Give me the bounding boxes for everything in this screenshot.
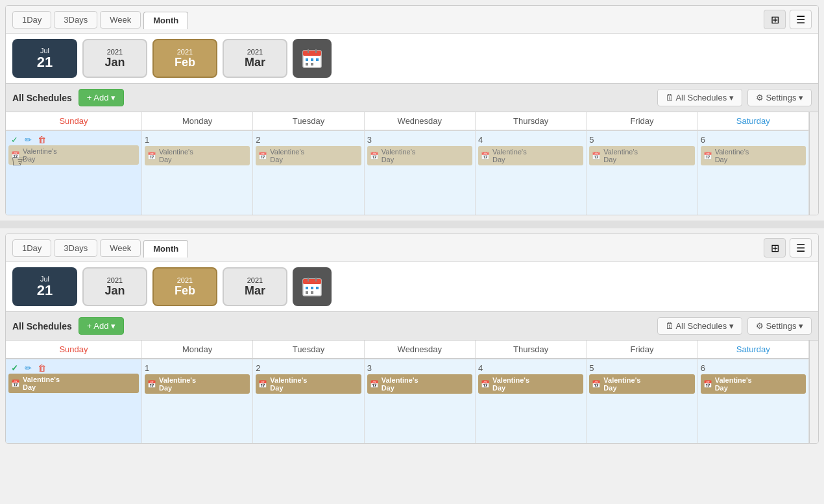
tab-1day-top[interactable]: 1Day <box>12 11 51 29</box>
calendar-grid-top: Sunday Monday Tuesday Wednesday Thursday… <box>6 112 809 215</box>
cell-6-bottom[interactable]: 6 📅 Valentine'sDay <box>698 359 809 443</box>
delete-icon-sunday-top[interactable]: 🗑 <box>36 134 47 145</box>
date-pill-jul21-bottom[interactable]: Jul 21 <box>12 267 77 306</box>
header-wednesday-top: Wednesday <box>365 112 476 130</box>
event-5-top[interactable]: 📅 Valentine'sDay <box>589 146 694 165</box>
date-pill-feb-bottom[interactable]: 2021 Feb <box>152 267 217 306</box>
cell-num-6-top: 6 <box>701 134 806 146</box>
header-thursday-top: Thursday <box>476 112 587 130</box>
calendar-picker-btn-top[interactable] <box>293 39 332 78</box>
header-sunday-top: Sunday <box>6 112 142 130</box>
header-tuesday-top: Tuesday <box>253 112 364 130</box>
date-pill-mar-top[interactable]: 2021 Mar <box>223 39 287 78</box>
event-label-sun-bottom: Valentine'sDay <box>23 376 60 391</box>
cell-5-top[interactable]: 5 📅 Valentine'sDay <box>587 130 697 215</box>
cell-3-bottom[interactable]: 3 📅 Valentine'sDay <box>365 359 476 443</box>
check-icon-sunday-bottom[interactable]: ✓ <box>8 362 20 374</box>
cell-4-bottom[interactable]: 4 📅 Valentine'sDay <box>476 359 587 443</box>
cell-num-1-bottom: 1 <box>145 362 250 374</box>
edit-icon-sunday-bottom[interactable]: ✏ <box>22 362 34 374</box>
calendar-picker-btn-bottom[interactable] <box>293 267 332 306</box>
event-calendar-icon-sun-top: 📅 <box>11 151 20 160</box>
settings-btn-bottom[interactable]: ⚙ Settings ▾ <box>747 317 812 335</box>
cell-6-top[interactable]: 6 📅 Valentine'sDay <box>698 130 809 215</box>
svg-rect-10 <box>303 279 321 284</box>
grid-view-icon-top[interactable]: ⊞ <box>764 10 786 29</box>
tab-month-top[interactable]: Month <box>143 12 188 29</box>
list-view-icon-top[interactable]: ☰ <box>790 10 812 29</box>
cell-4-top[interactable]: 4 📅 Valentine'sDay <box>476 130 587 215</box>
scrollbar-bottom[interactable] <box>809 341 818 443</box>
view-icons-bottom: ⊞ ☰ <box>764 238 812 258</box>
month-name-feb-top: Feb <box>175 56 195 69</box>
schedules-label-top: All Schedules <box>12 93 72 103</box>
year-label-mar-bottom: 2021 <box>247 276 263 284</box>
date-pill-jul21-top[interactable]: Jul 21 <box>12 39 77 78</box>
add-button-bottom[interactable]: + Add ▾ <box>79 317 124 335</box>
event-4-top[interactable]: 📅 Valentine'sDay <box>478 146 583 165</box>
delete-icon-sunday-bottom[interactable]: 🗑 <box>36 362 47 374</box>
date-pill-jan-bottom[interactable]: 2021 Jan <box>82 267 147 306</box>
calendar-area-bottom: Sunday Monday Tuesday Wednesday Thursday… <box>6 341 818 443</box>
event-6-bottom[interactable]: 📅 Valentine'sDay <box>701 374 806 394</box>
cell-sunday-top[interactable]: ✓ ✏ 🗑 📅 Valentine'sDay ☞ ➜ <box>6 130 142 215</box>
event-1-top[interactable]: 📅 Valentine'sDay <box>145 146 250 165</box>
event-4-bottom[interactable]: 📅 Valentine'sDay <box>478 374 583 394</box>
month-name-mar-top: Mar <box>245 56 265 69</box>
tab-week-top[interactable]: Week <box>100 11 141 29</box>
event-3-top[interactable]: 📅 Valentine'sDay <box>367 146 472 165</box>
tab-3days-top[interactable]: 3Days <box>54 11 97 29</box>
cell-num-5-top: 5 <box>589 134 694 146</box>
list-view-icon-bottom[interactable]: ☰ <box>790 238 812 258</box>
settings-btn-top[interactable]: ⚙ Settings ▾ <box>747 89 812 106</box>
all-schedules-btn-top[interactable]: 🗓 All Schedules ▾ <box>657 89 742 106</box>
scrollbar-top[interactable] <box>809 112 818 215</box>
view-toolbar-top: 1Day 3Days Week Month ⊞ ☰ <box>6 6 818 34</box>
event-icon-3-top: 📅 <box>370 152 379 160</box>
svg-rect-13 <box>306 287 308 289</box>
cell-2-bottom[interactable]: 2 📅 Valentine'sDay <box>253 359 364 443</box>
event-2-top[interactable]: 📅 Valentine'sDay <box>256 146 361 165</box>
cell-num-1-top: 1 <box>145 134 250 146</box>
cell-1-bottom[interactable]: 1 📅 Valentine'sDay <box>142 359 253 443</box>
event-6-top[interactable]: 📅 Valentine'sDay <box>701 146 806 165</box>
event-5-bottom[interactable]: 📅 Valentine'sDay <box>589 374 694 394</box>
svg-rect-7 <box>306 63 308 66</box>
add-button-top[interactable]: + Add ▾ <box>79 89 124 106</box>
cell-1-top[interactable]: 1 📅 Valentine'sDay <box>142 130 253 215</box>
cell-2-top[interactable]: 2 📅 Valentine'sDay <box>253 130 364 215</box>
event-label-3-top: Valentine'sDay <box>382 148 416 163</box>
tab-week-bottom[interactable]: Week <box>100 239 141 257</box>
date-navigator-top: Jul 21 2021 Jan 2021 Feb 2021 Mar <box>6 34 818 83</box>
cell-sunday-bottom[interactable]: ✓ ✏ 🗑 📅 Valentine'sDay ➜ <box>6 359 142 443</box>
event-1-bottom[interactable]: 📅 Valentine'sDay <box>145 374 250 394</box>
day-label-21-bottom: 21 <box>37 283 53 298</box>
header-tuesday-bottom: Tuesday <box>253 341 364 358</box>
svg-rect-8 <box>311 63 313 66</box>
tab-1day-bottom[interactable]: 1Day <box>12 239 51 257</box>
tab-3days-bottom[interactable]: 3Days <box>54 239 97 257</box>
grid-view-icon-bottom[interactable]: ⊞ <box>764 238 786 258</box>
day-headers-top: Sunday Monday Tuesday Wednesday Thursday… <box>6 112 809 130</box>
event-sunday-top[interactable]: 📅 Valentine'sDay <box>8 145 139 165</box>
cell-num-2-bottom: 2 <box>256 362 361 374</box>
tab-month-bottom[interactable]: Month <box>143 240 188 258</box>
svg-rect-16 <box>306 291 308 294</box>
check-icon-sunday-top[interactable]: ✓ <box>8 134 20 145</box>
edit-icon-sunday-top[interactable]: ✏ <box>22 134 34 145</box>
all-schedules-btn-bottom[interactable]: 🗓 All Schedules ▾ <box>657 317 742 335</box>
cell-5-bottom[interactable]: 5 📅 Valentine'sDay <box>587 359 697 443</box>
event-3-bottom[interactable]: 📅 Valentine'sDay <box>367 374 472 394</box>
schedules-right-bottom: 🗓 All Schedules ▾ ⚙ Settings ▾ <box>657 317 812 335</box>
date-pill-jan-top[interactable]: 2021 Jan <box>82 39 147 78</box>
date-pill-mar-bottom[interactable]: 2021 Mar <box>223 267 287 306</box>
svg-rect-4 <box>306 58 308 61</box>
cell-num-5-bottom: 5 <box>589 362 694 374</box>
schedules-bar-bottom: All Schedules + Add ▾ 🗓 All Schedules ▾ … <box>6 311 818 341</box>
cell-num-2-top: 2 <box>256 134 361 146</box>
event-sunday-bottom[interactable]: 📅 Valentine'sDay <box>8 374 139 393</box>
date-pill-feb-top[interactable]: 2021 Feb <box>152 39 217 78</box>
calendar-grid-bottom: Sunday Monday Tuesday Wednesday Thursday… <box>6 341 809 443</box>
cell-3-top[interactable]: 3 📅 Valentine'sDay <box>365 130 476 215</box>
event-2-bottom[interactable]: 📅 Valentine'sDay <box>256 374 361 394</box>
